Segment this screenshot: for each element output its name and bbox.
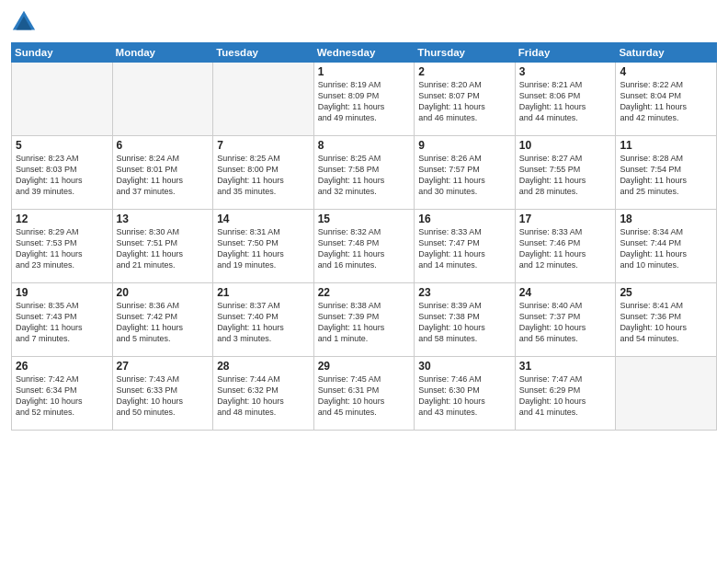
cell-info: Sunrise: 8:34 AM Sunset: 7:44 PM Dayligh… <box>620 226 712 271</box>
calendar-table: SundayMondayTuesdayWednesdayThursdayFrid… <box>11 42 717 431</box>
cell-info: Sunrise: 7:42 AM Sunset: 6:34 PM Dayligh… <box>16 373 108 419</box>
cell-info: Sunrise: 8:30 AM Sunset: 7:51 PM Dayligh… <box>117 226 210 271</box>
day-number: 9 <box>418 139 511 152</box>
calendar-cell: 9Sunrise: 8:26 AM Sunset: 7:57 PM Daylig… <box>415 136 516 210</box>
day-number: 4 <box>620 65 712 78</box>
day-number: 22 <box>318 286 411 299</box>
calendar-week-3: 19Sunrise: 8:35 AM Sunset: 7:43 PM Dayli… <box>12 283 717 357</box>
day-number: 28 <box>217 360 310 373</box>
calendar-cell: 22Sunrise: 8:38 AM Sunset: 7:39 PM Dayli… <box>313 283 415 357</box>
cell-info: Sunrise: 8:26 AM Sunset: 7:57 PM Dayligh… <box>418 153 511 198</box>
day-number: 3 <box>519 65 612 78</box>
calendar-cell: 27Sunrise: 7:43 AM Sunset: 6:33 PM Dayli… <box>112 357 213 431</box>
cell-info: Sunrise: 8:29 AM Sunset: 7:53 PM Dayligh… <box>16 226 108 271</box>
day-number: 14 <box>217 213 310 225</box>
calendar-cell: 26Sunrise: 7:42 AM Sunset: 6:34 PM Dayli… <box>12 357 113 431</box>
calendar-cell: 3Sunrise: 8:21 AM Sunset: 8:06 PM Daylig… <box>515 63 616 136</box>
day-number: 23 <box>418 286 511 299</box>
day-number: 8 <box>318 139 411 152</box>
calendar-cell: 13Sunrise: 8:30 AM Sunset: 7:51 PM Dayli… <box>112 210 213 283</box>
day-number: 21 <box>217 286 310 299</box>
calendar-week-2: 12Sunrise: 8:29 AM Sunset: 7:53 PM Dayli… <box>12 210 717 283</box>
day-header-monday: Monday <box>112 43 213 63</box>
calendar-cell <box>616 357 717 431</box>
day-number: 11 <box>620 139 712 152</box>
cell-info: Sunrise: 7:43 AM Sunset: 6:33 PM Dayligh… <box>117 373 210 419</box>
day-header-tuesday: Tuesday <box>213 43 314 63</box>
cell-info: Sunrise: 8:33 AM Sunset: 7:46 PM Dayligh… <box>519 226 612 271</box>
day-number: 18 <box>620 213 712 225</box>
calendar-cell: 30Sunrise: 7:46 AM Sunset: 6:30 PM Dayli… <box>415 357 516 431</box>
calendar-cell: 23Sunrise: 8:39 AM Sunset: 7:38 PM Dayli… <box>415 283 516 357</box>
cell-info: Sunrise: 8:27 AM Sunset: 7:55 PM Dayligh… <box>519 153 612 198</box>
calendar-cell: 31Sunrise: 7:47 AM Sunset: 6:29 PM Dayli… <box>515 357 616 431</box>
logo-icon <box>11 9 37 35</box>
calendar-cell: 19Sunrise: 8:35 AM Sunset: 7:43 PM Dayli… <box>12 283 113 357</box>
calendar-cell: 29Sunrise: 7:45 AM Sunset: 6:31 PM Dayli… <box>313 357 415 431</box>
day-number: 6 <box>117 139 210 152</box>
cell-info: Sunrise: 7:45 AM Sunset: 6:31 PM Dayligh… <box>318 373 411 419</box>
cell-info: Sunrise: 8:37 AM Sunset: 7:40 PM Dayligh… <box>217 300 310 345</box>
cell-info: Sunrise: 8:25 AM Sunset: 7:58 PM Dayligh… <box>318 153 411 198</box>
cell-info: Sunrise: 8:31 AM Sunset: 7:50 PM Dayligh… <box>217 226 310 271</box>
calendar-week-0: 1Sunrise: 8:19 AM Sunset: 8:09 PM Daylig… <box>12 63 717 136</box>
calendar-cell: 2Sunrise: 8:20 AM Sunset: 8:07 PM Daylig… <box>415 63 516 136</box>
day-number: 10 <box>519 139 612 152</box>
cell-info: Sunrise: 8:33 AM Sunset: 7:47 PM Dayligh… <box>418 226 511 271</box>
day-number: 16 <box>418 213 511 225</box>
calendar-cell: 10Sunrise: 8:27 AM Sunset: 7:55 PM Dayli… <box>515 136 616 210</box>
cell-info: Sunrise: 8:35 AM Sunset: 7:43 PM Dayligh… <box>16 300 108 345</box>
calendar-week-4: 26Sunrise: 7:42 AM Sunset: 6:34 PM Dayli… <box>12 357 717 431</box>
calendar-cell: 5Sunrise: 8:23 AM Sunset: 8:03 PM Daylig… <box>12 136 113 210</box>
day-number: 29 <box>318 360 411 373</box>
day-number: 20 <box>117 286 210 299</box>
page-container: SundayMondayTuesdayWednesdayThursdayFrid… <box>0 0 728 563</box>
cell-info: Sunrise: 8:20 AM Sunset: 8:07 PM Dayligh… <box>418 79 511 124</box>
cell-info: Sunrise: 8:36 AM Sunset: 7:42 PM Dayligh… <box>117 300 210 345</box>
calendar-cell <box>213 63 314 136</box>
header <box>11 9 717 35</box>
calendar-cell <box>12 63 113 136</box>
day-number: 24 <box>519 286 612 299</box>
day-number: 30 <box>418 360 511 373</box>
calendar-cell: 12Sunrise: 8:29 AM Sunset: 7:53 PM Dayli… <box>12 210 113 283</box>
cell-info: Sunrise: 7:44 AM Sunset: 6:32 PM Dayligh… <box>217 373 310 419</box>
day-header-wednesday: Wednesday <box>313 43 415 63</box>
day-header-thursday: Thursday <box>415 43 516 63</box>
cell-info: Sunrise: 8:24 AM Sunset: 8:01 PM Dayligh… <box>117 153 210 198</box>
cell-info: Sunrise: 8:25 AM Sunset: 8:00 PM Dayligh… <box>217 153 310 198</box>
day-number: 1 <box>318 65 411 78</box>
calendar-week-1: 5Sunrise: 8:23 AM Sunset: 8:03 PM Daylig… <box>12 136 717 210</box>
calendar-cell: 18Sunrise: 8:34 AM Sunset: 7:44 PM Dayli… <box>616 210 717 283</box>
cell-info: Sunrise: 8:41 AM Sunset: 7:36 PM Dayligh… <box>620 300 712 345</box>
day-number: 15 <box>318 213 411 225</box>
day-header-friday: Friday <box>515 43 616 63</box>
cell-info: Sunrise: 8:28 AM Sunset: 7:54 PM Dayligh… <box>620 153 712 198</box>
calendar-cell: 15Sunrise: 8:32 AM Sunset: 7:48 PM Dayli… <box>313 210 415 283</box>
calendar-cell: 14Sunrise: 8:31 AM Sunset: 7:50 PM Dayli… <box>213 210 314 283</box>
calendar-cell: 17Sunrise: 8:33 AM Sunset: 7:46 PM Dayli… <box>515 210 616 283</box>
cell-info: Sunrise: 8:19 AM Sunset: 8:09 PM Dayligh… <box>318 79 411 124</box>
day-number: 7 <box>217 139 310 152</box>
calendar-header-row: SundayMondayTuesdayWednesdayThursdayFrid… <box>12 43 717 63</box>
calendar-cell: 24Sunrise: 8:40 AM Sunset: 7:37 PM Dayli… <box>515 283 616 357</box>
day-header-saturday: Saturday <box>616 43 717 63</box>
day-number: 5 <box>16 139 108 152</box>
calendar-cell: 28Sunrise: 7:44 AM Sunset: 6:32 PM Dayli… <box>213 357 314 431</box>
cell-info: Sunrise: 8:40 AM Sunset: 7:37 PM Dayligh… <box>519 300 612 345</box>
cell-info: Sunrise: 8:22 AM Sunset: 8:04 PM Dayligh… <box>620 79 712 124</box>
calendar-cell: 11Sunrise: 8:28 AM Sunset: 7:54 PM Dayli… <box>616 136 717 210</box>
calendar-cell: 1Sunrise: 8:19 AM Sunset: 8:09 PM Daylig… <box>313 63 415 136</box>
day-number: 27 <box>117 360 210 373</box>
cell-info: Sunrise: 7:47 AM Sunset: 6:29 PM Dayligh… <box>519 373 612 419</box>
day-number: 25 <box>620 286 712 299</box>
logo <box>11 9 40 35</box>
day-number: 31 <box>519 360 612 373</box>
day-header-sunday: Sunday <box>12 43 113 63</box>
calendar-cell: 16Sunrise: 8:33 AM Sunset: 7:47 PM Dayli… <box>415 210 516 283</box>
cell-info: Sunrise: 7:46 AM Sunset: 6:30 PM Dayligh… <box>418 373 511 419</box>
calendar-cell: 25Sunrise: 8:41 AM Sunset: 7:36 PM Dayli… <box>616 283 717 357</box>
day-number: 19 <box>16 286 108 299</box>
day-number: 17 <box>519 213 612 225</box>
cell-info: Sunrise: 8:23 AM Sunset: 8:03 PM Dayligh… <box>16 153 108 198</box>
